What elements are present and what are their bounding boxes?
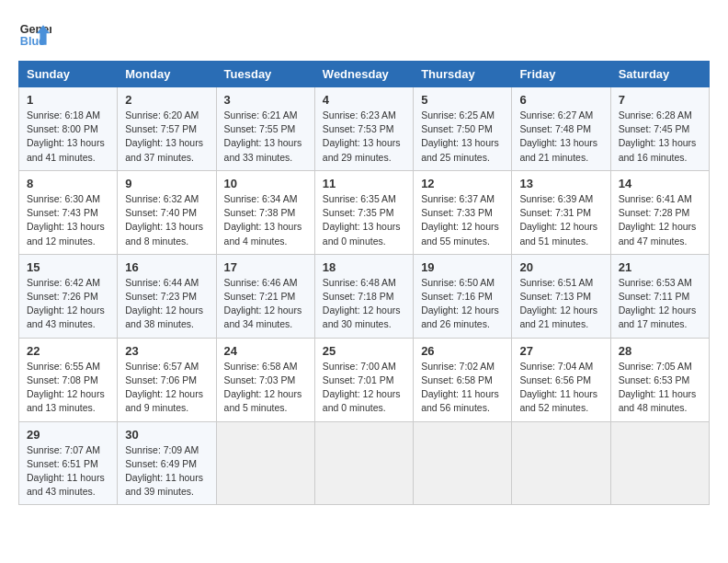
calendar-cell: 8Sunrise: 6:30 AM Sunset: 7:43 PM Daylig… bbox=[19, 170, 118, 254]
day-number: 7 bbox=[619, 93, 701, 107]
day-details: Sunrise: 7:07 AM Sunset: 6:51 PM Dayligh… bbox=[27, 443, 109, 500]
calendar-cell: 3Sunrise: 6:21 AM Sunset: 7:55 PM Daylig… bbox=[216, 87, 314, 171]
day-number: 3 bbox=[224, 93, 307, 107]
day-number: 8 bbox=[27, 177, 109, 190]
calendar-cell: 18Sunrise: 6:48 AM Sunset: 7:18 PM Dayli… bbox=[314, 254, 413, 338]
calendar-cell: 16Sunrise: 6:44 AM Sunset: 7:23 PM Dayli… bbox=[118, 254, 216, 338]
day-details: Sunrise: 6:37 AM Sunset: 7:33 PM Dayligh… bbox=[421, 192, 504, 248]
calendar-cell: 29Sunrise: 7:07 AM Sunset: 6:51 PM Dayli… bbox=[19, 421, 118, 505]
calendar-week-1: 1Sunrise: 6:18 AM Sunset: 8:00 PM Daylig… bbox=[19, 87, 710, 171]
calendar-cell: 5Sunrise: 6:25 AM Sunset: 7:50 PM Daylig… bbox=[414, 87, 512, 171]
day-details: Sunrise: 7:00 AM Sunset: 7:01 PM Dayligh… bbox=[323, 360, 405, 416]
calendar-cell: 14Sunrise: 6:41 AM Sunset: 7:28 PM Dayli… bbox=[610, 170, 709, 254]
calendar-cell: 24Sunrise: 6:58 AM Sunset: 7:03 PM Dayli… bbox=[216, 338, 314, 421]
day-details: Sunrise: 6:30 AM Sunset: 7:43 PM Dayligh… bbox=[27, 192, 109, 248]
calendar-cell: 23Sunrise: 6:57 AM Sunset: 7:06 PM Dayli… bbox=[118, 338, 216, 421]
calendar-cell bbox=[216, 421, 314, 505]
col-header-wednesday: Wednesday bbox=[314, 62, 413, 87]
day-details: Sunrise: 7:09 AM Sunset: 6:49 PM Dayligh… bbox=[125, 443, 208, 500]
calendar-cell: 7Sunrise: 6:28 AM Sunset: 7:45 PM Daylig… bbox=[610, 87, 709, 171]
calendar-cell: 19Sunrise: 6:50 AM Sunset: 7:16 PM Dayli… bbox=[414, 254, 512, 338]
col-header-tuesday: Tuesday bbox=[216, 62, 314, 87]
day-details: Sunrise: 7:04 AM Sunset: 6:56 PM Dayligh… bbox=[519, 360, 602, 416]
day-details: Sunrise: 6:57 AM Sunset: 7:06 PM Dayligh… bbox=[125, 360, 208, 416]
day-details: Sunrise: 6:51 AM Sunset: 7:13 PM Dayligh… bbox=[519, 276, 602, 332]
day-number: 9 bbox=[125, 177, 208, 190]
calendar-week-5: 29Sunrise: 7:07 AM Sunset: 6:51 PM Dayli… bbox=[19, 421, 710, 505]
day-number: 22 bbox=[27, 344, 109, 358]
calendar-cell: 12Sunrise: 6:37 AM Sunset: 7:33 PM Dayli… bbox=[414, 170, 512, 254]
calendar-cell: 13Sunrise: 6:39 AM Sunset: 7:31 PM Dayli… bbox=[512, 170, 610, 254]
calendar-cell: 1Sunrise: 6:18 AM Sunset: 8:00 PM Daylig… bbox=[19, 87, 118, 171]
col-header-sunday: Sunday bbox=[19, 62, 118, 87]
calendar-cell: 27Sunrise: 7:04 AM Sunset: 6:56 PM Dayli… bbox=[512, 338, 610, 421]
day-number: 30 bbox=[125, 428, 208, 442]
day-details: Sunrise: 7:02 AM Sunset: 6:58 PM Dayligh… bbox=[421, 360, 504, 416]
day-details: Sunrise: 6:48 AM Sunset: 7:18 PM Dayligh… bbox=[323, 276, 405, 332]
day-details: Sunrise: 6:55 AM Sunset: 7:08 PM Dayligh… bbox=[27, 360, 109, 416]
calendar-week-2: 8Sunrise: 6:30 AM Sunset: 7:43 PM Daylig… bbox=[19, 170, 710, 254]
day-details: Sunrise: 6:21 AM Sunset: 7:55 PM Dayligh… bbox=[224, 109, 307, 165]
day-number: 12 bbox=[421, 177, 504, 190]
calendar-cell: 25Sunrise: 7:00 AM Sunset: 7:01 PM Dayli… bbox=[314, 338, 413, 421]
calendar-table: SundayMondayTuesdayWednesdayThursdayFrid… bbox=[18, 61, 710, 505]
day-details: Sunrise: 6:23 AM Sunset: 7:53 PM Dayligh… bbox=[323, 109, 405, 165]
calendar-cell bbox=[314, 421, 413, 505]
day-number: 23 bbox=[125, 344, 208, 358]
day-number: 16 bbox=[125, 260, 208, 274]
logo-icon: General Blue bbox=[18, 18, 51, 52]
day-number: 14 bbox=[619, 177, 701, 190]
day-details: Sunrise: 6:25 AM Sunset: 7:50 PM Dayligh… bbox=[421, 109, 504, 165]
calendar-cell: 11Sunrise: 6:35 AM Sunset: 7:35 PM Dayli… bbox=[314, 170, 413, 254]
day-number: 26 bbox=[421, 344, 504, 358]
calendar-cell: 9Sunrise: 6:32 AM Sunset: 7:40 PM Daylig… bbox=[118, 170, 216, 254]
day-details: Sunrise: 6:44 AM Sunset: 7:23 PM Dayligh… bbox=[125, 276, 208, 332]
day-details: Sunrise: 6:35 AM Sunset: 7:35 PM Dayligh… bbox=[323, 192, 405, 248]
day-details: Sunrise: 6:18 AM Sunset: 8:00 PM Dayligh… bbox=[27, 109, 109, 165]
calendar-cell bbox=[512, 421, 610, 505]
day-number: 28 bbox=[619, 344, 701, 358]
day-number: 6 bbox=[519, 93, 602, 107]
day-details: Sunrise: 6:34 AM Sunset: 7:38 PM Dayligh… bbox=[224, 192, 307, 248]
calendar-cell: 28Sunrise: 7:05 AM Sunset: 6:53 PM Dayli… bbox=[610, 338, 709, 421]
calendar-week-3: 15Sunrise: 6:42 AM Sunset: 7:26 PM Dayli… bbox=[19, 254, 710, 338]
day-details: Sunrise: 6:46 AM Sunset: 7:21 PM Dayligh… bbox=[224, 276, 307, 332]
day-number: 5 bbox=[421, 93, 504, 107]
day-number: 17 bbox=[224, 260, 307, 274]
calendar-cell: 30Sunrise: 7:09 AM Sunset: 6:49 PM Dayli… bbox=[118, 421, 216, 505]
day-number: 29 bbox=[27, 428, 109, 442]
day-number: 2 bbox=[125, 93, 208, 107]
calendar-cell bbox=[610, 421, 709, 505]
day-number: 1 bbox=[27, 93, 109, 107]
col-header-monday: Monday bbox=[118, 62, 216, 87]
col-header-thursday: Thursday bbox=[414, 62, 512, 87]
calendar-cell: 15Sunrise: 6:42 AM Sunset: 7:26 PM Dayli… bbox=[19, 254, 118, 338]
calendar-week-4: 22Sunrise: 6:55 AM Sunset: 7:08 PM Dayli… bbox=[19, 338, 710, 421]
day-details: Sunrise: 6:20 AM Sunset: 7:57 PM Dayligh… bbox=[125, 109, 208, 165]
page-header: General Blue bbox=[18, 18, 710, 52]
col-header-saturday: Saturday bbox=[610, 62, 709, 87]
calendar-header: SundayMondayTuesdayWednesdayThursdayFrid… bbox=[19, 62, 710, 87]
calendar-cell: 4Sunrise: 6:23 AM Sunset: 7:53 PM Daylig… bbox=[314, 87, 413, 171]
day-details: Sunrise: 6:27 AM Sunset: 7:48 PM Dayligh… bbox=[519, 109, 602, 165]
day-details: Sunrise: 6:50 AM Sunset: 7:16 PM Dayligh… bbox=[421, 276, 504, 332]
calendar-cell: 22Sunrise: 6:55 AM Sunset: 7:08 PM Dayli… bbox=[19, 338, 118, 421]
day-details: Sunrise: 7:05 AM Sunset: 6:53 PM Dayligh… bbox=[619, 360, 701, 416]
calendar-cell: 17Sunrise: 6:46 AM Sunset: 7:21 PM Dayli… bbox=[216, 254, 314, 338]
day-number: 27 bbox=[519, 344, 602, 358]
logo: General Blue bbox=[18, 18, 57, 52]
calendar-cell bbox=[414, 421, 512, 505]
day-number: 24 bbox=[224, 344, 307, 358]
day-details: Sunrise: 6:28 AM Sunset: 7:45 PM Dayligh… bbox=[619, 109, 701, 165]
day-number: 25 bbox=[323, 344, 405, 358]
col-header-friday: Friday bbox=[512, 62, 610, 87]
calendar-cell: 2Sunrise: 6:20 AM Sunset: 7:57 PM Daylig… bbox=[118, 87, 216, 171]
day-details: Sunrise: 6:42 AM Sunset: 7:26 PM Dayligh… bbox=[27, 276, 109, 332]
calendar-cell: 21Sunrise: 6:53 AM Sunset: 7:11 PM Dayli… bbox=[610, 254, 709, 338]
day-number: 21 bbox=[619, 260, 701, 274]
calendar-cell: 20Sunrise: 6:51 AM Sunset: 7:13 PM Dayli… bbox=[512, 254, 610, 338]
day-number: 11 bbox=[323, 177, 405, 190]
day-details: Sunrise: 6:58 AM Sunset: 7:03 PM Dayligh… bbox=[224, 360, 307, 416]
calendar-cell: 6Sunrise: 6:27 AM Sunset: 7:48 PM Daylig… bbox=[512, 87, 610, 171]
day-number: 20 bbox=[519, 260, 602, 274]
